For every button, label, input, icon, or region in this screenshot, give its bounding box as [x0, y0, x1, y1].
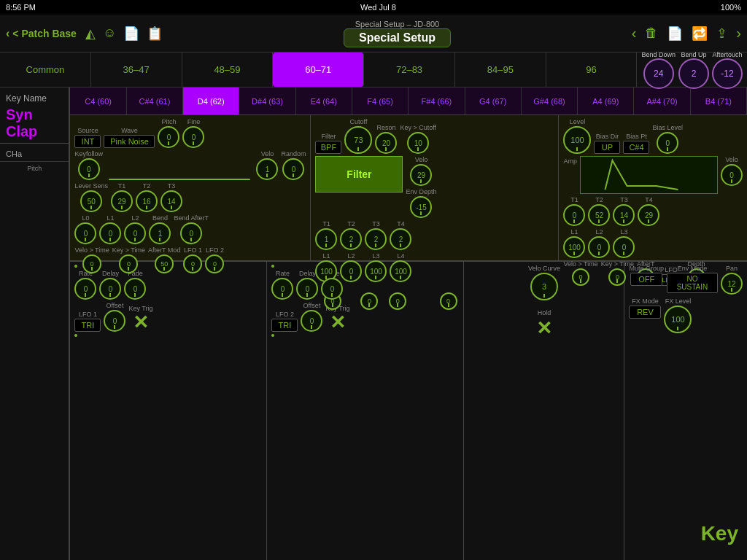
- fx-mode-display[interactable]: REV: [629, 306, 661, 319]
- copy-icon[interactable]: 📋: [147, 26, 163, 42]
- l2p-knob[interactable]: 0: [124, 222, 146, 244]
- lfo2-delay-knob[interactable]: 0: [296, 278, 318, 300]
- lfo1-offset-knob[interactable]: 0: [104, 310, 125, 332]
- l1p-knob[interactable]: 0: [99, 222, 121, 244]
- level-knob[interactable]: 100: [563, 126, 591, 154]
- tab-84-95[interactable]: 84–95: [455, 52, 546, 87]
- key-name-value: Syn Clap: [6, 106, 63, 140]
- t3p-knob[interactable]: 14: [160, 190, 182, 212]
- t4f-knob[interactable]: 2: [390, 228, 411, 250]
- note-f4[interactable]: F4 (65): [352, 88, 409, 114]
- note-a4[interactable]: A4 (69): [578, 88, 634, 114]
- t1p-knob[interactable]: 29: [111, 190, 133, 212]
- note-gs4[interactable]: G#4 (68): [522, 88, 578, 114]
- l1a-knob[interactable]: 100: [563, 236, 585, 258]
- lfo2-type-group: LFO 2 TRI: [271, 311, 298, 332]
- note-fs4[interactable]: F#4 (66): [409, 88, 465, 114]
- bias-pt-display[interactable]: C#4: [623, 141, 649, 154]
- lever-sens-knob[interactable]: 50: [80, 190, 102, 212]
- lfo1-dot: [74, 265, 77, 268]
- nav-doc-icon[interactable]: 📄: [667, 26, 683, 42]
- note-e4[interactable]: E4 (64): [296, 88, 352, 114]
- note-cs4[interactable]: C#4 (61): [127, 88, 183, 114]
- random-group: Random 0: [281, 150, 306, 180]
- random-knob[interactable]: 0: [282, 158, 304, 180]
- l3a-knob[interactable]: 0: [613, 236, 635, 258]
- lfo2-rate-knob[interactable]: 0: [271, 278, 293, 300]
- nav-prev-arrow[interactable]: ‹: [632, 25, 637, 42]
- t2f-knob[interactable]: 2: [340, 228, 362, 250]
- nav-upload-icon[interactable]: 🗑: [645, 26, 658, 41]
- key-timea-knob[interactable]: 0: [608, 268, 626, 286]
- tab-72-83[interactable]: 72–83: [364, 52, 455, 87]
- lfo1-type-display[interactable]: TRI: [74, 319, 101, 332]
- t4a-knob[interactable]: 29: [638, 204, 659, 226]
- t1a-knob[interactable]: 0: [563, 204, 585, 226]
- t2a-knob[interactable]: 52: [588, 204, 610, 226]
- velo-time1-knob[interactable]: 0: [82, 254, 101, 273]
- lfo1-delay-knob[interactable]: 0: [99, 278, 121, 300]
- reson-knob[interactable]: 20: [375, 132, 397, 154]
- file-icon[interactable]: ◭: [85, 26, 96, 42]
- header-icons: ◭ ☺ 📄 📋: [85, 26, 163, 42]
- nav-export-icon[interactable]: ⇪: [716, 26, 727, 42]
- env-depth-knob[interactable]: -15: [410, 196, 432, 218]
- nav-share-icon[interactable]: 🔁: [692, 26, 708, 42]
- tab-48-59[interactable]: 48–59: [182, 52, 274, 87]
- aftertouch-knob[interactable]: -12: [712, 58, 743, 89]
- mute-group-display[interactable]: OFF: [630, 273, 662, 286]
- note-g4[interactable]: G4 (67): [465, 88, 522, 114]
- key-cutoff-knob[interactable]: 10: [407, 132, 429, 154]
- bend-knob[interactable]: 1: [149, 222, 171, 244]
- lfo2-type-display[interactable]: TRI: [271, 319, 298, 332]
- header-subtitle: Special Setup – JD-800: [163, 20, 631, 28]
- tab-60-71[interactable]: 60–71: [273, 52, 364, 87]
- tab-36-47[interactable]: 36–47: [91, 52, 182, 87]
- l0-knob[interactable]: 0: [74, 222, 96, 244]
- hold-icon[interactable]: ✕: [536, 317, 552, 340]
- bias-level-knob[interactable]: 0: [657, 132, 678, 154]
- velo-amp-knob[interactable]: 0: [721, 164, 743, 186]
- patch-base-button[interactable]: ‹ < Patch Base: [6, 27, 77, 40]
- t1f-knob[interactable]: 1: [315, 228, 337, 250]
- tab-96[interactable]: 96: [546, 52, 638, 87]
- note-b4[interactable]: B4 (71): [691, 88, 747, 114]
- bend-down-knob[interactable]: 24: [643, 58, 674, 89]
- t3a-knob[interactable]: 14: [613, 204, 635, 226]
- aftertouch-label: Aftertouch: [712, 51, 742, 58]
- note-d4[interactable]: D4 (62): [183, 88, 239, 114]
- pan-knob[interactable]: 12: [721, 273, 743, 295]
- fine-knob[interactable]: 0: [182, 126, 204, 148]
- l2a-knob[interactable]: 0: [588, 236, 610, 258]
- face-icon[interactable]: ☺: [103, 26, 116, 41]
- depth-f-knob[interactable]: 0: [440, 292, 457, 310]
- t3f-knob[interactable]: 2: [365, 228, 387, 250]
- tab-common[interactable]: Common: [0, 52, 91, 87]
- bend-up-knob[interactable]: 2: [678, 58, 709, 89]
- pitch-knob[interactable]: 0: [158, 126, 179, 148]
- bend-controls: Bend Down 24 Bend Up 2 Aftertouch -12: [637, 52, 747, 87]
- velo-filter-knob[interactable]: 29: [410, 164, 432, 186]
- env-mode-display[interactable]: NO SUSTAIN: [667, 273, 718, 293]
- source-display[interactable]: INT: [74, 135, 101, 148]
- wave-display[interactable]: Pink Noise: [104, 135, 155, 148]
- note-ds4[interactable]: D#4 (63): [239, 88, 295, 114]
- nav-next-arrow[interactable]: ›: [736, 25, 741, 42]
- fx-level-knob[interactable]: 100: [664, 306, 692, 333]
- bias-dir-display[interactable]: UP: [594, 141, 620, 154]
- bias-level-group: Bias Level 0: [652, 124, 683, 154]
- bend-aftert-knob[interactable]: 0: [180, 222, 202, 244]
- docs-icon[interactable]: 📄: [123, 26, 139, 42]
- velo-pitch-knob[interactable]: 1: [256, 158, 278, 180]
- lfo1-fade-knob[interactable]: 0: [124, 278, 146, 300]
- note-as4[interactable]: A#4 (70): [634, 88, 690, 114]
- velo-curve-knob[interactable]: 3: [530, 273, 558, 300]
- lfo1-rate-knob[interactable]: 0: [74, 278, 96, 300]
- velo-timea-knob[interactable]: 0: [572, 268, 589, 286]
- cutoff-knob[interactable]: 73: [344, 126, 372, 154]
- t2p-knob[interactable]: 16: [136, 190, 158, 212]
- filter-type-display[interactable]: BPF: [315, 141, 341, 154]
- keyfollow-knob[interactable]: 0: [78, 158, 100, 180]
- lfo2-offset-knob[interactable]: 0: [301, 310, 322, 332]
- note-c4[interactable]: C4 (60): [70, 88, 126, 114]
